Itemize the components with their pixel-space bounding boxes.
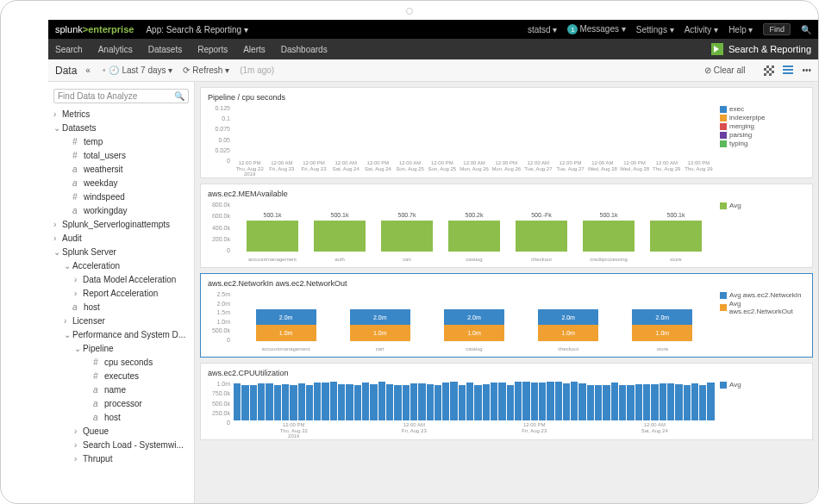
- list-view-icon[interactable]: [783, 65, 793, 76]
- bar: 500.-Fkcheckout: [516, 221, 567, 252]
- legend-item: merging: [720, 122, 805, 130]
- tree-label: Data Model Acceleration: [83, 275, 176, 284]
- tree-label: Splunk Server: [62, 247, 116, 257]
- tree-label: Performance and System D...: [72, 330, 185, 339]
- user-menu[interactable]: statsd ▾: [528, 25, 557, 34]
- tree-label: Report Acceleration: [83, 289, 158, 298]
- caret-icon: ›: [53, 233, 62, 243]
- tree-item[interactable]: ahost: [48, 300, 194, 314]
- more-icon[interactable]: •••: [802, 65, 811, 75]
- nav-dashboards[interactable]: Dashboards: [281, 45, 328, 54]
- caret-icon: ›: [64, 316, 72, 326]
- bar: 500.1kauth: [314, 221, 366, 252]
- panel-mem-available[interactable]: aws.ec2.MEMAvailable 800.0k600.0k400.0k2…: [200, 184, 813, 268]
- tree-item[interactable]: ⌄Performance and System D...: [48, 327, 194, 341]
- grid-view-icon[interactable]: [764, 65, 774, 76]
- tree-item[interactable]: #temp: [48, 134, 194, 148]
- type-icon: #: [72, 192, 81, 202]
- tree-item[interactable]: ›Report Acceleration: [48, 286, 194, 300]
- clear-all-button[interactable]: ⊘Clear all: [704, 65, 746, 75]
- settings-menu[interactable]: Settings ▾: [636, 25, 674, 34]
- tree-label: Audit: [62, 233, 82, 243]
- caret-icon: ⌄: [74, 344, 83, 353]
- tree-item[interactable]: ⌄Datasets: [48, 121, 194, 134]
- caret-icon: ›: [74, 454, 83, 464]
- tree-item[interactable]: aprocessor: [48, 396, 194, 410]
- tree-label: Pipeline: [83, 344, 114, 353]
- bar: 500.1kstore: [650, 221, 702, 252]
- nav-search[interactable]: Search: [55, 45, 83, 54]
- help-menu[interactable]: Help ▾: [728, 25, 753, 34]
- search-input[interactable]: Find Data to Analyze 🔍: [53, 89, 189, 103]
- bar: 1.0m2.0mstore: [632, 302, 692, 341]
- type-icon: #: [93, 371, 102, 381]
- type-icon: a: [72, 206, 81, 215]
- nav-datasets[interactable]: Datasets: [148, 45, 182, 54]
- tree-label: windspeed: [84, 192, 125, 202]
- tree-item[interactable]: #windspeed: [48, 190, 194, 203]
- timerange-picker[interactable]: 🕘Last 7 days ▾: [109, 65, 172, 75]
- last-refresh-label: (1m ago): [240, 65, 274, 75]
- tree-item[interactable]: aname: [48, 383, 194, 396]
- brand: splunk>enterprise: [55, 24, 134, 34]
- nav-alerts[interactable]: Alerts: [243, 45, 266, 54]
- tree-item[interactable]: #total_users: [48, 148, 194, 162]
- tree-item[interactable]: ›Thruput: [48, 451, 194, 465]
- caret-icon: ⌄: [64, 330, 72, 339]
- tree-item[interactable]: ⌄Splunk Server: [48, 245, 194, 258]
- bar: 1.0m2.0mcatalog: [444, 302, 504, 341]
- panel-title: Pipeline / cpu seconds: [208, 93, 805, 102]
- messages-menu[interactable]: 1Messages ▾: [567, 24, 625, 35]
- nav-analytics[interactable]: Analytics: [98, 45, 133, 54]
- tree-label: processor: [104, 399, 142, 408]
- type-icon: #: [93, 358, 102, 367]
- collapse-button[interactable]: «: [85, 65, 91, 75]
- tree-item[interactable]: ›Audit: [48, 231, 194, 245]
- tree-item[interactable]: ›Search Load - Systemwi...: [48, 438, 194, 451]
- tree-label: Queue: [83, 426, 109, 436]
- nav-reports[interactable]: Reports: [197, 45, 228, 54]
- topbar: splunk>enterprise App: Search & Reportin…: [48, 20, 818, 39]
- tree-label: host: [104, 413, 121, 422]
- tree-label: host: [84, 302, 100, 312]
- tree-item[interactable]: ›Licenser: [48, 314, 194, 327]
- tree-item[interactable]: ⌄Acceleration: [48, 258, 194, 272]
- sidebar: Find Data to Analyze 🔍 ›Metrics⌄Datasets…: [48, 82, 195, 503]
- tree-item[interactable]: ahost: [48, 410, 194, 424]
- refresh-button[interactable]: ⟳Refresh ▾: [183, 65, 229, 75]
- tree-label: workingday: [84, 206, 128, 215]
- search-icon[interactable]: 🔍: [801, 25, 811, 34]
- app-context-menu[interactable]: App: Search & Reporting ▾: [146, 25, 247, 34]
- legend-item: exec: [720, 105, 805, 113]
- tree-item[interactable]: #cpu seconds: [48, 355, 194, 369]
- tree-item[interactable]: ›Data Model Acceleration: [48, 272, 194, 286]
- tree-item[interactable]: #executes: [48, 369, 194, 383]
- caret-icon: ›: [74, 426, 83, 436]
- search-icon: 🔍: [174, 91, 184, 101]
- tree-item[interactable]: ›Splunk_Serverloginattempts: [48, 217, 194, 231]
- bar: 500.1kaccountmanagement: [247, 221, 298, 252]
- type-icon: a: [93, 385, 102, 395]
- tree-item[interactable]: aweekday: [48, 176, 194, 190]
- panel-network[interactable]: aws.ec2.NetworkIn aws.ec2.NetworkOut 2.5…: [200, 273, 813, 358]
- panel-pipeline-cpu[interactable]: Pipeline / cpu seconds 0.1250.10.0750.05…: [200, 87, 813, 178]
- activity-menu[interactable]: Activity ▾: [685, 25, 718, 34]
- tree-label: Metrics: [62, 109, 90, 119]
- toolbar: Data « • 🕘Last 7 days ▾ ⟳Refresh ▾ (1m a…: [48, 59, 818, 82]
- tree-label: weathersit: [84, 165, 123, 174]
- panel-cpu-util[interactable]: aws.ec2.CPUUtilization 1.0m750.0k500.0k2…: [200, 363, 813, 440]
- tree-item[interactable]: ›Queue: [48, 424, 194, 438]
- panels-area: Pipeline / cpu seconds 0.1250.10.0750.05…: [195, 82, 818, 503]
- tree-label: Splunk_Serverloginattempts: [62, 220, 170, 229]
- tree-label: weekday: [84, 178, 117, 188]
- tree-item[interactable]: ›Metrics: [48, 107, 194, 121]
- tree-item[interactable]: aworkingday: [48, 203, 194, 217]
- bar: 1.0m2.0maccountmanagement: [256, 302, 316, 341]
- find-input[interactable]: Find: [763, 23, 791, 35]
- tree-item[interactable]: aweathersit: [48, 162, 194, 176]
- type-icon: a: [93, 413, 102, 422]
- tree-label: Thruput: [83, 454, 112, 464]
- bar: 500.1kcreditprocessing: [583, 221, 635, 252]
- tree-item[interactable]: ⌄Pipeline: [48, 341, 194, 355]
- type-icon: a: [72, 178, 81, 188]
